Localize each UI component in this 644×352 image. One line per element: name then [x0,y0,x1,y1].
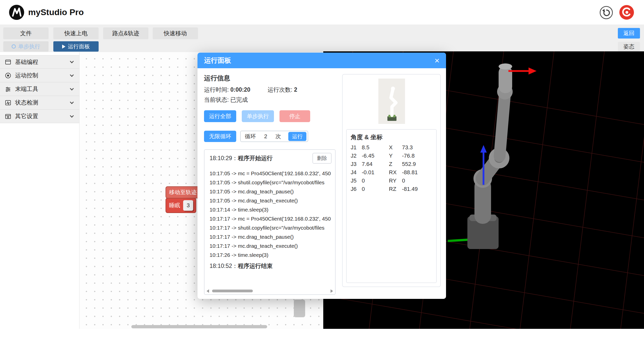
elephant-brand-button[interactable] [619,5,634,20]
axis-value: 552.9 [402,161,432,167]
play-icon [62,45,65,49]
joint-label: J4 [351,169,362,176]
log-line: 10:17:05 -> shutil.copyfile(src="/var/my… [210,178,334,187]
axis-label: RX [389,169,402,176]
joint-label: J2 [351,153,362,159]
scrollbar-thumb[interactable] [212,290,253,292]
axis-value: -81.49 [402,186,432,192]
axis-value: 0 [402,178,432,184]
modal-title: 运行面板 [204,56,231,65]
mystudio-logo-icon [9,5,24,20]
joint-value: -0.01 [362,169,389,176]
status-bar: 大象机器人 Elephant Robotics 机器人: myCobot Pro… [0,329,644,352]
run-panel-label: 运行面板 [68,43,90,50]
loop-count-input[interactable] [259,133,272,140]
chevron-down-icon [70,114,74,118]
infinite-loop-button[interactable]: 无限循环 [204,131,236,142]
canvas-vertical-scrollbar[interactable] [294,300,305,317]
block-category-sidebar: 基础编程 运动控制 末端工具 状态检测 其它设置 [0,52,79,329]
sidebar-item-end-tool[interactable]: 末端工具 [0,82,79,96]
delete-log-button[interactable]: 删除 [312,153,332,164]
settings-window-icon [5,113,12,120]
app-root: myStudio Pro 文件 快速上电 路点&轨迹 快速移动 返回 单步执行 … [0,0,644,352]
axis-label: Z [389,161,402,167]
run-info-line2: 当前状态: 已完成 [204,96,248,104]
close-icon[interactable]: × [434,56,439,65]
log-header: 18:10:29：程序开始运行 删除 [210,153,332,164]
log-line: 10:17:05 -> mc.drag_teach_execute() [210,196,334,205]
step-label: 单步执行 [18,43,40,50]
log-line: 10:17:05 -> mc = Pro450Client('192.168.0… [210,169,334,178]
axis-value: -76.8 [402,153,432,159]
robot-status-panel: 角度 & 坐标 J18.5X73.3 J2-6.45Y-76.8 J37.64Z… [342,74,441,287]
sidebar-item-status-detect[interactable]: 状态检测 [0,96,79,110]
toolbar-step-execute-button[interactable]: 单步执行 [3,41,49,52]
toolbar-waypoint-button[interactable]: 路点&轨迹 [103,27,148,39]
log-horizontal-scrollbar[interactable] [207,289,333,293]
axis-value: 73.3 [402,144,432,151]
scroll-right-icon[interactable] [331,289,333,293]
loop-run-button[interactable]: 运行 [288,132,306,141]
log-lines: 10:17:05 -> mc = Pro450Client('192.168.0… [210,169,334,260]
scroll-left-icon[interactable] [207,289,209,293]
joint-label: J5 [351,178,362,184]
toolbar-run-panel-button[interactable]: 运行面板 [53,41,99,52]
run-log-panel[interactable]: 18:10:29：程序开始运行 删除 10:17:05 -> mc = Pro4… [204,149,336,295]
run-count-value: 2 [294,86,297,93]
joint-label: J6 [351,186,362,192]
run-info-heading: 运行信息 [204,74,230,83]
sliders-icon [5,86,12,93]
log-line: 10:17:17 -> mc = Pro450Client('192.168.0… [210,214,334,223]
window-icon [5,58,12,65]
sidebar-item-basic-programming[interactable]: 基础编程 [0,55,79,69]
pose-button[interactable]: 姿态 [618,42,640,51]
block-move-to-trajectory[interactable]: 移动至轨迹 [166,186,199,198]
sidebar-item-motion-control[interactable]: 运动控制 [0,69,79,82]
joint-value: 0 [362,186,389,192]
undo-button[interactable] [600,6,613,19]
joint-value: 7.64 [362,161,389,167]
joint-label: J3 [351,161,362,167]
joint-value: 8.5 [362,144,389,151]
gamepad-icon [5,72,12,79]
undo-icon [602,8,611,17]
toolbar: 文件 快速上电 路点&轨迹 快速移动 返回 单步执行 运行面板 姿态 [0,25,644,52]
axis-label: Y [389,153,402,159]
runtime-value: 0:00:20 [230,86,250,93]
axis-label: RZ [389,186,402,192]
angles-coords-heading: 角度 & 坐标 [351,133,432,141]
sidebar-item-other-settings[interactable]: 其它设置 [0,110,79,123]
joint-value: -6.45 [362,153,389,159]
log-line: 10:17:14 -> time.sleep(3) [210,205,334,214]
log-start-line: 18:10:29：程序开始运行 [210,154,273,162]
axis-label: RY [389,178,402,184]
axis-value: -88.81 [402,169,432,176]
axis-label: X [389,144,402,151]
modal-step-button[interactable]: 单步执行 [242,110,274,122]
sleep-duration-field[interactable]: 3 [183,200,193,211]
back-button[interactable]: 返回 [618,28,640,39]
run-panel-modal: 运行面板 × 运行信息 运行时间: 0:00:20 运行次数: 2 当前状态: … [197,53,446,299]
app-header: myStudio Pro [0,0,644,25]
stop-button[interactable]: 停止 [279,110,310,122]
run-info-line1: 运行时间: 0:00:20 运行次数: 2 [204,86,297,94]
run-all-button[interactable]: 运行全部 [204,110,236,122]
elephant-brand-icon [619,5,634,20]
chevron-down-icon [70,86,74,90]
canvas-horizontal-scrollbar[interactable] [131,325,267,328]
toolbar-file-button[interactable]: 文件 [3,27,49,39]
log-end-line: 18:10:52：程序运行结束 [210,262,273,270]
log-line: 10:17:17 -> shutil.copyfile(src="/var/my… [210,223,334,232]
log-line: 10:17:05 -> mc.drag_teach_pause() [210,187,334,196]
robot-photo [378,79,405,124]
log-line: 10:17:17 -> mc.drag_teach_pause() [210,232,334,241]
toolbar-quickmove-button[interactable]: 快速移动 [153,27,198,39]
loop-unit-label: 次 [275,133,281,140]
robot-arm-3d [467,63,513,249]
app-title: myStudio Pro [28,7,84,17]
x-axis-arrow [508,67,537,75]
toolbar-power-button[interactable]: 快速上电 [53,27,99,39]
block-sleep[interactable]: 睡眠 3 [166,198,196,213]
status-value: 已完成 [230,96,248,103]
modal-header[interactable]: 运行面板 × [197,53,446,68]
